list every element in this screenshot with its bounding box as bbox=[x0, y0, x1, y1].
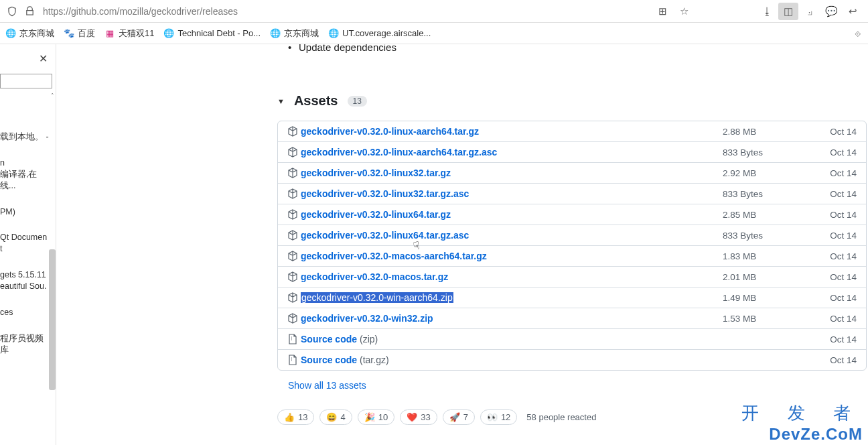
asset-row: geckodriver-v0.32.0-linux32.tar.gz 2.92 … bbox=[278, 163, 866, 184]
asset-size: 833 Bytes bbox=[723, 231, 816, 241]
reaction-count: 33 bbox=[421, 412, 430, 422]
reaction-pill[interactable]: 👍13 bbox=[277, 409, 314, 425]
reaction-pill[interactable]: 😄4 bbox=[319, 409, 352, 425]
asset-filename[interactable]: geckodriver-v0.32.0-linux32.tar.gz bbox=[287, 168, 723, 178]
lock-icon[interactable] bbox=[23, 5, 36, 18]
asset-size: 2.85 MB bbox=[723, 210, 816, 220]
asset-row: geckodriver-v0.32.0-linux32.tar.gz.asc 8… bbox=[278, 184, 866, 204]
asset-date: Oct 14 bbox=[816, 147, 857, 157]
file-zip-icon bbox=[287, 334, 298, 344]
package-icon bbox=[287, 251, 298, 261]
assets-title: Assets bbox=[294, 93, 338, 109]
asset-filename[interactable]: geckodriver-v0.32.0-win-aarch64.zip bbox=[287, 292, 723, 303]
watermark-line2: DevZe.CoM bbox=[741, 425, 863, 444]
sidebar-scrollbar[interactable]: ˄ bbox=[49, 91, 56, 445]
tmall-icon: ▦ bbox=[104, 28, 115, 39]
download-icon[interactable]: ⭳ bbox=[757, 3, 777, 20]
asset-filename[interactable]: Source code (zip) bbox=[287, 334, 723, 344]
asset-row: geckodriver-v0.32.0-linux-aarch64.tar.gz… bbox=[278, 142, 866, 163]
globe-icon: 🌐 bbox=[163, 28, 174, 39]
sidebar-entry[interactable]: n 编译器,在线... bbox=[0, 157, 49, 192]
bookmark-item[interactable]: 🌐京东商城 bbox=[5, 27, 54, 40]
globe-icon: 🌐 bbox=[5, 28, 16, 39]
package-icon bbox=[287, 313, 298, 324]
package-icon bbox=[287, 230, 298, 241]
bookmark-label: 百度 bbox=[78, 27, 95, 40]
globe-icon: 🌐 bbox=[328, 28, 339, 39]
qr-icon[interactable]: ⊞ bbox=[652, 3, 672, 20]
scroll-up-icon[interactable]: ˄ bbox=[49, 91, 56, 101]
package-icon bbox=[287, 209, 298, 220]
changelog-line: Update dependencies bbox=[277, 44, 867, 53]
asset-size: 1.49 MB bbox=[723, 293, 816, 303]
package-icon bbox=[287, 292, 298, 303]
reaction-emoji-icon: 👀 bbox=[487, 412, 498, 422]
asset-filename[interactable]: geckodriver-v0.32.0-macos.tar.gz bbox=[287, 271, 723, 282]
scroll-thumb[interactable] bbox=[49, 249, 56, 390]
globe-icon: 🌐 bbox=[270, 28, 281, 39]
assets-header[interactable]: ▼ Assets 13 bbox=[277, 93, 867, 109]
show-all-link[interactable]: Show all 13 assets bbox=[288, 380, 366, 391]
close-icon[interactable]: ✕ bbox=[39, 52, 48, 65]
asset-date: Oct 14 bbox=[816, 293, 857, 303]
package-icon bbox=[287, 126, 298, 137]
sidebar-entry[interactable]: gets 5.15.11 eautiful Sou. bbox=[0, 269, 49, 292]
reaction-count: 12 bbox=[501, 412, 510, 422]
reaction-pill[interactable]: 👀12 bbox=[480, 409, 517, 425]
asset-filename[interactable]: geckodriver-v0.32.0-linux32.tar.gz.asc bbox=[287, 188, 723, 199]
asset-date: Oct 14 bbox=[816, 189, 857, 199]
bookmark-item[interactable]: 🐾百度 bbox=[64, 27, 95, 40]
reaction-emoji-icon: 👍 bbox=[284, 412, 295, 422]
page-content: Update dependencies ▼ Assets 13 geckodri… bbox=[56, 44, 868, 445]
package-icon bbox=[287, 168, 298, 178]
sidebar-entry[interactable]: 程序员视频库 bbox=[0, 333, 49, 356]
url-bar: https://github.com/mozilla/geckodriver/r… bbox=[0, 0, 868, 23]
asset-date: Oct 14 bbox=[816, 231, 857, 241]
bookmark-item[interactable]: 🌐UT.coverage.airscale... bbox=[328, 28, 431, 39]
bookmark-item[interactable]: 🌐京东商城 bbox=[270, 27, 319, 40]
sidebar-toggle-icon[interactable]: ◫ bbox=[778, 3, 798, 20]
asset-filename[interactable]: geckodriver-v0.32.0-linux-aarch64.tar.gz… bbox=[287, 147, 723, 157]
reaction-emoji-icon: 🚀 bbox=[449, 412, 460, 422]
asset-filename[interactable]: geckodriver-v0.32.0-linux64.tar.gz bbox=[287, 209, 723, 220]
bookmark-item[interactable]: ▦天猫双11 bbox=[104, 27, 154, 40]
asset-size: 833 Bytes bbox=[723, 147, 816, 157]
asset-filename[interactable]: geckodriver-v0.32.0-linux-aarch64.tar.gz bbox=[287, 126, 723, 137]
sidebar-entry[interactable]: PM) bbox=[0, 206, 49, 218]
asset-row: geckodriver-v0.32.0-linux64.tar.gz.asc 8… bbox=[278, 225, 866, 246]
asset-date: Oct 14 bbox=[816, 272, 857, 282]
asset-date: Oct 14 bbox=[816, 251, 857, 261]
bookmarks-bar: 🌐京东商城 🐾百度 ▦天猫双11 🌐Technical Debt - Po...… bbox=[0, 23, 868, 44]
reaction-count: 13 bbox=[298, 412, 307, 422]
chat-icon[interactable]: 💬 bbox=[821, 3, 841, 20]
back-arrow-icon[interactable]: ↩ bbox=[843, 3, 863, 20]
assets-count-badge: 13 bbox=[348, 96, 367, 107]
asset-filename[interactable]: geckodriver-v0.32.0-macos-aarch64.tar.gz bbox=[287, 251, 723, 261]
bookmark-label: 天猫双11 bbox=[119, 27, 154, 40]
reaction-pill[interactable]: 🎉10 bbox=[358, 409, 394, 425]
sidebar-entry[interactable]: Qt Document bbox=[0, 232, 49, 255]
sidebar-entry[interactable]: ces bbox=[0, 307, 49, 318]
crop-icon[interactable]: ⟓ bbox=[800, 3, 820, 20]
sidebar-entry[interactable]: 载到本地。 - bbox=[0, 131, 49, 143]
reaction-pill[interactable]: ❤️33 bbox=[400, 409, 437, 425]
asset-filename[interactable]: Source code (tar.gz) bbox=[287, 355, 723, 365]
reactions-bar: 👍13😄4🎉10❤️33🚀7👀1258 people reacted bbox=[277, 409, 867, 425]
baidu-icon: 🐾 bbox=[64, 28, 74, 39]
url-text[interactable]: https://github.com/mozilla/geckodriver/r… bbox=[40, 6, 648, 17]
star-icon[interactable]: ☆ bbox=[674, 3, 694, 20]
bookmark-item[interactable]: 🌐Technical Debt - Po... bbox=[163, 28, 261, 39]
asset-size: 2.01 MB bbox=[723, 272, 816, 282]
overflow-icon[interactable]: ⟐ bbox=[855, 27, 863, 40]
sidebar-search-input[interactable] bbox=[0, 74, 52, 88]
asset-size: 2.92 MB bbox=[723, 168, 816, 178]
bookmark-label: 京东商城 bbox=[19, 27, 54, 40]
show-all-assets[interactable]: Show all 13 assets bbox=[277, 380, 867, 391]
shield-icon[interactable] bbox=[5, 5, 19, 18]
reaction-pill[interactable]: 🚀7 bbox=[443, 409, 475, 425]
reaction-count: 4 bbox=[340, 412, 345, 422]
asset-filename[interactable]: geckodriver-v0.32.0-linux64.tar.gz.asc bbox=[287, 230, 723, 241]
package-icon bbox=[287, 147, 298, 157]
asset-row: geckodriver-v0.32.0-win-aarch64.zip 1.49… bbox=[278, 288, 866, 308]
asset-filename[interactable]: geckodriver-v0.32.0-win32.zip bbox=[287, 313, 723, 324]
